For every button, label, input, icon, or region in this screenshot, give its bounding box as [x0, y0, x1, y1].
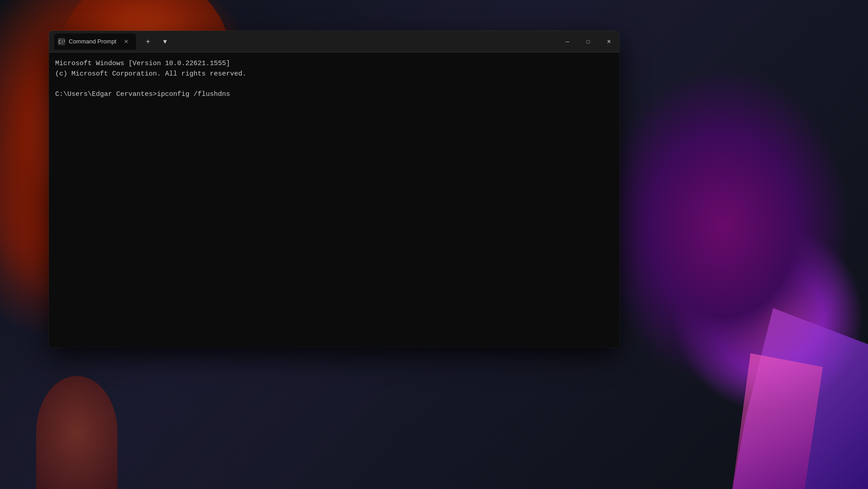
minimize-button[interactable]: ─ [557, 31, 578, 52]
bg-shape-dark-orange [36, 376, 118, 489]
dropdown-button[interactable]: ▾ [157, 33, 173, 50]
active-tab[interactable]: C:\ Command Prompt ✕ [54, 33, 136, 50]
tab-title-label: Command Prompt [69, 38, 116, 45]
terminal-content[interactable]: Microsoft Windows [Version 10.0.22621.15… [49, 52, 619, 347]
terminal-spacer [55, 79, 613, 90]
titlebar-actions: + ▾ [140, 33, 173, 50]
tab-close-button[interactable]: ✕ [122, 37, 131, 46]
terminal-prompt-line: C:\Users\Edgar Cervantes>ipconfig /flush… [55, 90, 613, 100]
title-bar: C:\ Command Prompt ✕ + ▾ ─ □ ✕ [49, 31, 619, 52]
window-controls: ─ □ ✕ [557, 31, 619, 52]
terminal-line-2: (c) Microsoft Corporation. All rights re… [55, 69, 613, 80]
cmd-icon: C:\ [58, 38, 65, 45]
new-tab-button[interactable]: + [140, 33, 156, 50]
close-button[interactable]: ✕ [599, 31, 619, 52]
terminal-window: C:\ Command Prompt ✕ + ▾ ─ □ ✕ Microsoft… [49, 31, 619, 347]
svg-text:C:\: C:\ [58, 39, 65, 44]
maximize-button[interactable]: □ [578, 31, 599, 52]
terminal-line-1: Microsoft Windows [Version 10.0.22621.15… [55, 59, 613, 69]
